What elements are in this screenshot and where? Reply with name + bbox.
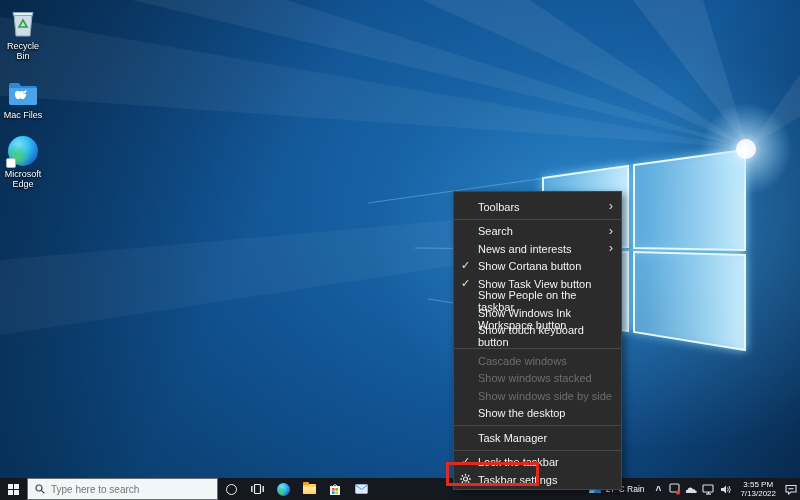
desktop-wallpaper	[0, 0, 800, 500]
network-icon[interactable]	[701, 478, 716, 500]
check-icon: ✓	[461, 277, 470, 290]
search-icon	[35, 484, 45, 494]
menu-item-label: Show touch keyboard button	[478, 324, 613, 348]
menu-separator	[454, 450, 621, 451]
menu-separator	[454, 425, 621, 426]
check-icon: ✓	[461, 455, 470, 468]
desktop-icon-label: Recycle Bin	[0, 41, 46, 61]
check-icon: ✓	[461, 259, 470, 272]
menu-item-lock-the-taskbar[interactable]: ✓ Lock the taskbar	[454, 454, 621, 472]
menu-item-show-touch-keyboard-button[interactable]: Show touch keyboard button	[454, 328, 621, 346]
menu-item-show-the-desktop[interactable]: Show the desktop	[454, 405, 621, 423]
submenu-chevron-icon: ›	[609, 199, 613, 212]
menu-item-show-windows-side-by-side: Show windows side by side	[454, 387, 621, 405]
menu-item-show-cortana-button[interactable]: ✓ Show Cortana button	[454, 258, 621, 276]
taskbar: 27°C Rain ^	[0, 478, 800, 500]
edge-icon	[277, 483, 290, 496]
store-icon	[329, 483, 341, 496]
taskbar-context-menu: Toolbars › Search › News and interests ›…	[453, 191, 622, 490]
edge-taskbar-button[interactable]	[270, 478, 296, 500]
menu-item-task-manager[interactable]: Task Manager	[454, 429, 621, 447]
edge-icon	[8, 134, 38, 166]
menu-item-search[interactable]: Search ›	[454, 223, 621, 241]
clock-date: 7/13/2022	[740, 489, 776, 498]
gear-icon	[460, 473, 471, 486]
onedrive-cloud-icon[interactable]	[684, 478, 699, 500]
search-input[interactable]	[51, 484, 201, 495]
edge-shortcut-badge	[6, 158, 16, 168]
menu-item-cascade-windows: Cascade windows	[454, 352, 621, 370]
action-center-icon	[785, 484, 797, 495]
taskbar-clock[interactable]: 3:55 PM 7/13/2022	[734, 480, 782, 498]
menu-item-label: Cascade windows	[478, 355, 567, 367]
file-explorer-button[interactable]	[296, 478, 322, 500]
desktop-icon-label: Microsoft Edge	[0, 169, 46, 189]
menu-separator	[454, 219, 621, 220]
windows-logo-icon	[8, 484, 19, 495]
menu-item-label: Taskbar settings	[478, 474, 557, 486]
tray-app-red-badge-icon[interactable]	[667, 478, 682, 500]
submenu-chevron-icon: ›	[609, 224, 613, 237]
mail-button[interactable]	[348, 478, 374, 500]
desktop-icons: Recycle Bin Mac Files Microsoft Edge	[0, 6, 46, 189]
task-view-button[interactable]	[244, 478, 270, 500]
recycle-bin-icon	[10, 6, 36, 38]
desktop-icon-microsoft-edge[interactable]: Microsoft Edge	[0, 134, 46, 189]
menu-item-label: Show Cortana button	[478, 260, 581, 272]
microsoft-store-button[interactable]	[322, 478, 348, 500]
desktop-icon-label: Mac Files	[4, 110, 43, 120]
mac-files-folder-icon	[8, 75, 38, 107]
menu-item-label: Toolbars	[478, 201, 520, 213]
menu-item-label: Show windows side by side	[478, 390, 612, 402]
menu-item-label: Task Manager	[478, 432, 547, 444]
menu-item-label: Show Task View button	[478, 278, 591, 290]
menu-item-label: Lock the taskbar	[478, 456, 559, 468]
submenu-chevron-icon: ›	[609, 241, 613, 254]
hidden-icons-chevron[interactable]: ^	[651, 485, 667, 496]
desktop-icon-mac-files[interactable]: Mac Files	[0, 75, 46, 120]
start-button[interactable]	[0, 478, 27, 500]
menu-item-label: Show the desktop	[478, 407, 565, 419]
menu-item-taskbar-settings[interactable]: Taskbar settings	[454, 471, 621, 489]
menu-item-label: News and interests	[478, 243, 572, 255]
task-view-icon	[251, 483, 264, 495]
cortana-icon	[226, 484, 237, 495]
menu-item-label: Search	[478, 225, 513, 237]
menu-item-show-windows-stacked: Show windows stacked	[454, 370, 621, 388]
taskbar-search-box[interactable]	[27, 478, 218, 500]
mail-icon	[355, 484, 368, 494]
volume-icon[interactable]	[718, 478, 733, 500]
clock-time: 3:55 PM	[740, 480, 776, 489]
action-center-button[interactable]	[782, 478, 800, 500]
menu-item-label: Show windows stacked	[478, 372, 592, 384]
wallpaper-light-art	[0, 0, 800, 500]
cortana-button[interactable]	[218, 478, 244, 500]
file-explorer-icon	[303, 484, 316, 494]
menu-item-news-and-interests[interactable]: News and interests ›	[454, 240, 621, 258]
menu-item-toolbars[interactable]: Toolbars ›	[454, 198, 621, 216]
desktop-icon-recycle-bin[interactable]: Recycle Bin	[0, 6, 46, 61]
